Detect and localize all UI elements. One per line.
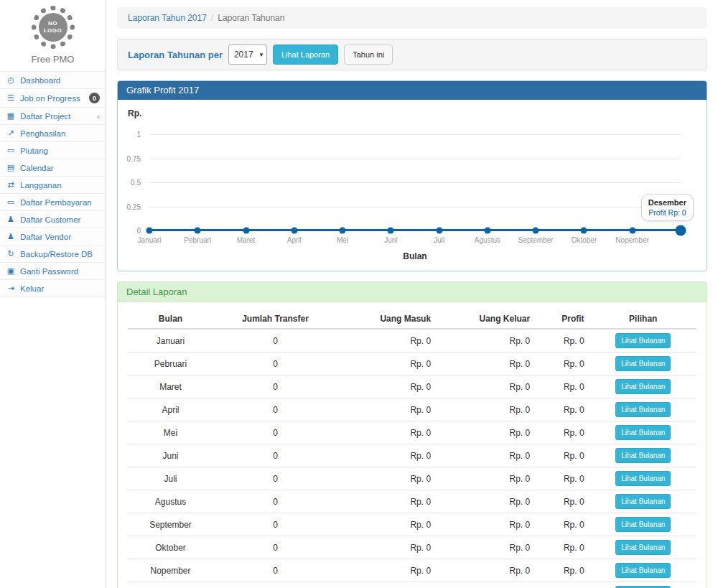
data-point-april[interactable] [291, 228, 297, 234]
x-tick-label: Maret [237, 236, 256, 244]
sidebar-item-label: Job on Progress [20, 94, 85, 103]
retweet-icon: ⇄ [6, 180, 16, 190]
lihat-bulanan-button-oktober[interactable]: Lihat Bulanan [615, 540, 671, 555]
data-point-nopember[interactable] [629, 228, 635, 234]
chart-plot-area [149, 134, 681, 230]
refresh-icon: ↻ [6, 249, 16, 258]
data-point-juni[interactable] [388, 228, 394, 234]
cell-uang-keluar: Rp. 0 [437, 329, 536, 353]
cell-uang-masuk: Rp. 0 [337, 398, 437, 421]
sidebar-item-calendar[interactable]: ▤Calendar [0, 159, 106, 177]
sidebar-item-piutang[interactable]: ▭Piutang [0, 142, 106, 159]
line-chart-icon: ↗ [6, 129, 16, 138]
data-point-september[interactable] [533, 228, 539, 234]
tooltip-month: Desember [648, 198, 686, 207]
lihat-bulanan-button-juni[interactable]: Lihat Bulanan [615, 448, 671, 463]
x-tick-label: September [518, 236, 554, 244]
cell-jumlah-transfer: 0 [213, 444, 337, 467]
cell-bulan: Desember [128, 582, 213, 588]
lihat-bulanan-button-januari[interactable]: Lihat Bulanan [615, 333, 671, 348]
sidebar-item-job-on-progress[interactable]: ☰Job on Progress0 [0, 89, 106, 108]
chart-tooltip: Desember Profit Rp: 0 [641, 194, 694, 221]
sidebar-item-label: Daftar Vendor [20, 233, 100, 241]
tahun-ini-button[interactable]: Tahun ini [344, 45, 393, 65]
lihat-bulanan-button-juli[interactable]: Lihat Bulanan [615, 471, 671, 486]
sidebar-item-keluar[interactable]: ⇥Keluar [0, 280, 106, 297]
breadcrumb: Laporan Tahun 2017/Laporan Tahunan [117, 7, 707, 29]
dashboard-icon: ◴ [6, 75, 16, 85]
sign-out-icon: ⇥ [6, 284, 16, 293]
cell-profit: Rp. 0 [536, 490, 589, 513]
cell-profit: Rp. 0 [536, 444, 589, 467]
cell-pilihan: Lihat Bulanan [590, 490, 696, 513]
data-point-juli[interactable] [436, 228, 442, 234]
detail-laporan-panel: Detail Laporan BulanJumlah TransferUang … [117, 281, 707, 588]
data-point-mei[interactable] [340, 228, 346, 234]
cell-jumlah-transfer: 0 [213, 490, 337, 513]
sidebar-menu: ◴Dashboard☰Job on Progress0▦Daftar Proje… [0, 71, 106, 297]
lihat-bulanan-button-pebruari[interactable]: Lihat Bulanan [615, 356, 671, 371]
data-point-pebruari[interactable] [195, 228, 201, 234]
sidebar-item-penghasilan[interactable]: ↗Penghasilan [0, 125, 106, 142]
y-tick-label: 1 [118, 131, 141, 139]
cell-bulan: Nopember [128, 559, 213, 582]
data-point-januari[interactable] [146, 228, 153, 234]
profit-line [149, 229, 681, 231]
cell-jumlah-transfer: 0 [213, 329, 337, 353]
cell-pilihan: Lihat Bulanan [590, 444, 696, 467]
y-tick-label: 0.5 [118, 179, 141, 187]
year-select[interactable]: 2017 [228, 45, 267, 65]
lihat-bulanan-button-nopember[interactable]: Lihat Bulanan [615, 563, 671, 578]
cell-profit: Rp. 0 [536, 375, 589, 398]
cell-pilihan: Lihat Bulanan [590, 467, 696, 490]
x-tick-label: Juni [384, 236, 397, 244]
data-point-oktober[interactable] [581, 228, 587, 234]
data-point-maret[interactable] [243, 228, 249, 234]
lihat-bulanan-button-april[interactable]: Lihat Bulanan [615, 402, 671, 417]
tooltip-value: Profit Rp: 0 [648, 208, 686, 217]
sidebar-item-daftar-pembayaran[interactable]: ▭Daftar Pembayaran [0, 194, 106, 211]
profit-chart: Rp. JanuariPebruariMaretAprilMeiJuniJuli… [118, 100, 707, 271]
cell-uang-keluar: Rp. 0 [437, 398, 536, 421]
cell-profit: Rp. 0 [536, 353, 589, 375]
sidebar-item-daftar-project[interactable]: ▦Daftar Project‹ [0, 108, 106, 125]
breadcrumb-link-laporan-tahun[interactable]: Laporan Tahun 2017 [128, 13, 207, 23]
cell-bulan: Maret [128, 375, 213, 398]
cell-pilihan: Lihat Bulanan [590, 559, 696, 582]
sidebar-item-dashboard[interactable]: ◴Dashboard [0, 72, 106, 89]
lock-icon: ▣ [6, 266, 16, 276]
lihat-bulanan-button-maret[interactable]: Lihat Bulanan [615, 379, 671, 394]
year-filter-label: Laporan Tahunan per [128, 50, 223, 60]
sidebar-item-daftar-customer[interactable]: ♟Daftar Customer [0, 211, 106, 228]
main-content: Laporan Tahun 2017/Laporan Tahunan Lapor… [106, 0, 718, 588]
cell-uang-masuk: Rp. 0 [337, 513, 437, 536]
cell-profit: Rp. 0 [536, 398, 589, 421]
lihat-bulanan-button-september[interactable]: Lihat Bulanan [615, 517, 671, 532]
lihat-bulanan-button-agustus[interactable]: Lihat Bulanan [615, 494, 671, 509]
cell-profit: Rp. 0 [536, 421, 589, 444]
calendar-icon: ▤ [6, 163, 16, 172]
cell-profit: Rp. 0 [536, 513, 589, 536]
cell-uang-keluar: Rp. 0 [437, 444, 536, 467]
cell-uang-keluar: Rp. 0 [437, 353, 536, 375]
detail-laporan-body: BulanJumlah TransferUang MasukUang Kelua… [118, 302, 707, 588]
users-icon: ♟ [6, 215, 16, 224]
profit-chart-panel: Grafik Profit 2017 Rp. JanuariPebruariMa… [117, 80, 707, 271]
sidebar-item-daftar-vendor[interactable]: ♟Daftar Vendor [0, 228, 106, 246]
cell-pilihan: Lihat Bulanan [590, 513, 696, 536]
report-table-header-row: BulanJumlah TransferUang MasukUang Kelua… [128, 309, 696, 329]
cell-bulan: Januari [128, 329, 213, 353]
lihat-bulanan-button-mei[interactable]: Lihat Bulanan [615, 425, 671, 440]
table-row-mei: Mei0Rp. 0Rp. 0Rp. 0Lihat Bulanan [128, 421, 696, 444]
x-tick-label: Mei [337, 236, 348, 244]
cell-pilihan: Lihat Bulanan [590, 329, 696, 353]
cell-jumlah-transfer: 0 [213, 353, 337, 375]
data-point-agustus[interactable] [484, 228, 490, 234]
lihat-laporan-button[interactable]: Lihat Laporan [273, 45, 338, 65]
sidebar-item-ganti-password[interactable]: ▣Ganti Password [0, 263, 106, 280]
sidebar-item-langganan[interactable]: ⇄Langganan [0, 177, 106, 194]
x-tick-label: Januari [138, 236, 162, 244]
column-header-uang-keluar: Uang Keluar [437, 309, 536, 329]
data-point-desember[interactable] [676, 225, 686, 236]
sidebar-item-backup-restore-db[interactable]: ↻Backup/Restore DB [0, 246, 106, 263]
